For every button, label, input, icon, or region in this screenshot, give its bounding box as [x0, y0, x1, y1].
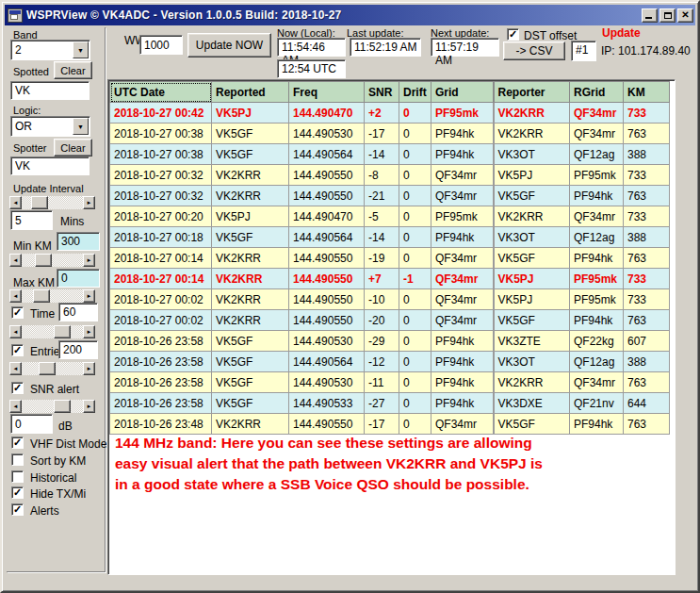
- table-cell[interactable]: -29: [365, 331, 399, 352]
- table-cell[interactable]: VK5GF: [212, 393, 289, 414]
- table-cell[interactable]: VK5GF: [494, 414, 570, 435]
- table-cell[interactable]: 733: [624, 269, 670, 289]
- table-cell[interactable]: 0: [399, 310, 431, 331]
- table-cell[interactable]: 733: [624, 289, 670, 310]
- table-cell[interactable]: +2: [365, 103, 399, 124]
- max-km-input[interactable]: 0: [57, 269, 100, 288]
- csv-button[interactable]: -> CSV: [503, 41, 565, 60]
- scrollbar-track[interactable]: [22, 254, 83, 267]
- time-input[interactable]: [58, 303, 98, 321]
- table-cell[interactable]: -21: [365, 186, 399, 206]
- table-cell[interactable]: VK5GF: [212, 227, 289, 248]
- table-row[interactable]: 2018-10-26 23:58VK5GF144.490530-290PF94h…: [110, 331, 670, 352]
- table-row[interactable]: 2018-10-27 00:42VK5PJ144.490470+20PF95mk…: [110, 103, 670, 124]
- table-cell[interactable]: +7: [365, 269, 399, 289]
- table-cell[interactable]: VK3OT: [494, 227, 570, 248]
- update-interval-scrollbar[interactable]: ◄ ►: [9, 196, 95, 209]
- table-cell[interactable]: QF34mr: [431, 289, 494, 310]
- table-cell[interactable]: QF34mr: [570, 103, 624, 124]
- table-cell[interactable]: 763: [624, 186, 670, 206]
- table-cell[interactable]: 144.490550: [289, 248, 365, 269]
- chevron-down-icon[interactable]: ▼: [73, 118, 89, 135]
- table-cell[interactable]: 0: [399, 186, 431, 206]
- hide-tx-mi-checkbox[interactable]: ✓: [11, 486, 24, 499]
- table-cell[interactable]: 0: [399, 227, 431, 248]
- table-cell[interactable]: VK2KRR: [212, 248, 289, 269]
- table-cell[interactable]: 2018-10-26 23:58: [110, 331, 212, 352]
- chevron-down-icon[interactable]: ▼: [73, 41, 89, 58]
- table-cell[interactable]: VK3DXE: [494, 393, 570, 414]
- maximize-button[interactable]: [659, 8, 676, 23]
- snr-db-input[interactable]: [10, 414, 53, 434]
- table-cell[interactable]: 144.490530: [289, 124, 365, 144]
- table-cell[interactable]: VK2KRR: [212, 186, 289, 206]
- table-cell[interactable]: 144.490564: [289, 144, 365, 165]
- table-cell[interactable]: VK2KRR: [212, 269, 289, 289]
- spotter-clear-button[interactable]: Clear: [54, 139, 92, 156]
- min-km-input[interactable]: 300: [57, 232, 100, 251]
- table-cell[interactable]: 0: [399, 165, 431, 186]
- table-cell[interactable]: VK2KRR: [494, 124, 570, 144]
- table-cell[interactable]: VK3ZTE: [494, 331, 570, 352]
- max-km-scrollbar[interactable]: ◄ ►: [9, 289, 95, 303]
- column-header-reporter[interactable]: Reporter: [494, 82, 570, 103]
- table-cell[interactable]: PF94hk: [431, 372, 494, 393]
- scrollbar-track[interactable]: [22, 289, 83, 303]
- scrollbar-thumb[interactable]: [54, 400, 71, 413]
- table-cell[interactable]: 0: [399, 414, 431, 435]
- scroll-left-icon[interactable]: ◄: [9, 362, 22, 375]
- table-row[interactable]: 2018-10-27 00:20VK5PJ144.490470-50PF95mk…: [110, 206, 670, 227]
- table-cell[interactable]: 0: [399, 206, 431, 227]
- table-cell[interactable]: VK2KRR: [212, 165, 289, 186]
- table-cell[interactable]: 2018-10-27 00:38: [110, 144, 212, 165]
- table-cell[interactable]: 2018-10-27 00:42: [110, 103, 212, 124]
- column-header-drift[interactable]: Drift: [399, 82, 431, 103]
- table-cell[interactable]: PF94hk: [570, 310, 624, 331]
- scrollbar-track[interactable]: [22, 196, 83, 209]
- table-cell[interactable]: VK5PJ: [212, 103, 289, 124]
- column-header-reported[interactable]: Reported: [212, 82, 289, 103]
- scrollbar-thumb[interactable]: [39, 362, 56, 375]
- table-cell[interactable]: PF94hk: [570, 186, 624, 206]
- scrollbar-track[interactable]: [22, 400, 83, 413]
- table-cell[interactable]: 0: [399, 248, 431, 269]
- table-cell[interactable]: 144.490550: [289, 165, 365, 186]
- min-km-scrollbar[interactable]: ◄ ►: [9, 254, 95, 267]
- table-cell[interactable]: 733: [624, 103, 670, 124]
- table-cell[interactable]: 0: [399, 144, 431, 165]
- table-cell[interactable]: PF95mk: [570, 269, 624, 289]
- table-cell[interactable]: VK2KRR: [212, 414, 289, 435]
- scrollbar-thumb[interactable]: [33, 289, 50, 303]
- table-cell[interactable]: VK5GF: [212, 372, 289, 393]
- table-cell[interactable]: 763: [624, 124, 670, 144]
- table-cell[interactable]: 2018-10-27 00:14: [110, 248, 212, 269]
- table-row[interactable]: 2018-10-27 00:18VK5GF144.490564-140PF94h…: [110, 227, 670, 248]
- table-cell[interactable]: VK5GF: [494, 310, 570, 331]
- table-row[interactable]: 2018-10-27 00:32VK2KRR144.490550-80QF34m…: [110, 165, 670, 186]
- time-checkbox[interactable]: ✓: [11, 306, 24, 319]
- table-cell[interactable]: -1: [399, 269, 431, 289]
- table-cell[interactable]: -20: [365, 310, 399, 331]
- table-cell[interactable]: 144.490470: [289, 103, 365, 124]
- table-cell[interactable]: VK5GF: [494, 186, 570, 206]
- table-cell[interactable]: VK5GF: [494, 248, 570, 269]
- scroll-left-icon[interactable]: ◄: [9, 400, 22, 413]
- table-row[interactable]: 2018-10-27 00:02VK2KRR144.490550-200QF34…: [110, 310, 670, 331]
- table-cell[interactable]: 2018-10-27 00:02: [110, 289, 212, 310]
- scroll-right-icon[interactable]: ►: [83, 254, 95, 267]
- entries-scrollbar[interactable]: ◄ ►: [9, 362, 95, 375]
- table-cell[interactable]: VK5PJ: [494, 165, 570, 186]
- table-cell[interactable]: 644: [624, 393, 670, 414]
- table-cell[interactable]: PF94hk: [431, 124, 494, 144]
- table-cell[interactable]: 733: [624, 165, 670, 186]
- table-cell[interactable]: QF34mr: [431, 165, 494, 186]
- minimize-button[interactable]: [642, 8, 658, 23]
- table-cell[interactable]: 144.490550: [289, 310, 365, 331]
- scroll-left-icon[interactable]: ◄: [9, 325, 22, 338]
- table-cell[interactable]: -14: [365, 144, 399, 165]
- table-cell[interactable]: 0: [399, 124, 431, 144]
- table-cell[interactable]: 144.490550: [289, 269, 365, 289]
- scroll-right-icon[interactable]: ►: [83, 289, 95, 303]
- table-cell[interactable]: PF95mk: [570, 289, 624, 310]
- column-header-grid[interactable]: Grid: [431, 82, 494, 103]
